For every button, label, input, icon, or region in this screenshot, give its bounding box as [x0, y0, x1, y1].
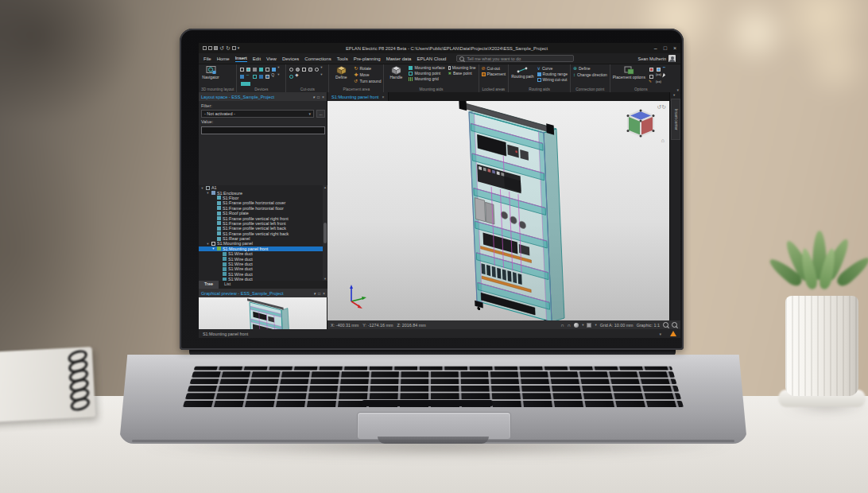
tab-eplan-cloud[interactable]: EPLAN Cloud: [417, 56, 446, 61]
dock-chevron-icon[interactable]: ▾: [673, 93, 675, 97]
cutout-tool-icon[interactable]: [302, 68, 306, 72]
turn-around-button[interactable]: ↺Turn around: [354, 79, 381, 83]
warning-icon[interactable]: [670, 331, 676, 336]
save-icon[interactable]: [214, 46, 218, 50]
tab-master-data[interactable]: Master data: [386, 56, 412, 61]
cut-out-button[interactable]: ⊘Cut-out: [482, 66, 506, 71]
panel-dropdown-icon[interactable]: ▾: [314, 291, 316, 296]
base-point-button[interactable]: ✖Base point: [448, 72, 476, 76]
handle-button[interactable]: Handle: [386, 66, 405, 80]
chevron-down-icon[interactable]: ▾: [595, 323, 596, 327]
rotate-view-icons[interactable]: ↺↻: [657, 104, 666, 110]
tab-pre-planning[interactable]: Pre-planning: [354, 56, 381, 61]
options-tool-icon[interactable]: ▪▪: [663, 66, 669, 72]
dropdown-icon[interactable]: ▾: [320, 73, 326, 80]
device-tool-icon[interactable]: [259, 68, 263, 72]
tab-tree[interactable]: Tree: [199, 281, 219, 289]
tab-file[interactable]: File: [203, 56, 211, 61]
panel-float-icon[interactable]: □: [317, 95, 320, 99]
snap-icon[interactable]: ∩: [561, 323, 564, 328]
graphic-scale[interactable]: Graphic: 1:1: [637, 323, 660, 328]
tab-edit[interactable]: Edit: [253, 56, 261, 61]
mounting-surface-button[interactable]: Mounting surface: [409, 66, 444, 70]
value-input[interactable]: [201, 126, 325, 134]
device-tool-icon[interactable]: [241, 82, 250, 86]
move-button[interactable]: ✚Move: [354, 72, 381, 77]
mounting-line-button[interactable]: Mounting line: [448, 66, 476, 70]
scrollbar-thumb[interactable]: [324, 223, 327, 243]
cutout-tool-icon[interactable]: [308, 68, 312, 72]
options-tool-icon[interactable]: [649, 75, 653, 79]
mounting-grid-button[interactable]: Mounting grid: [409, 77, 444, 81]
tab-home[interactable]: Home: [217, 56, 230, 61]
3d-viewport[interactable]: ↺↻ ⌂: [327, 101, 669, 320]
cutout-tool-icon[interactable]: ◆: [295, 73, 300, 80]
document-tab[interactable]: S1:Mounting panel front ×: [327, 92, 389, 101]
device-tool-icon[interactable]: [246, 68, 250, 72]
dropdown-icon[interactable]: ▾: [320, 66, 326, 72]
options-tool-icon[interactable]: [657, 68, 661, 72]
xx-label[interactable]: (xx): [656, 73, 662, 80]
maximize-button[interactable]: □: [664, 45, 667, 51]
graphical-preview-header[interactable]: Graphical preview - ESS_Sample_Project ▾…: [199, 289, 327, 297]
options-tool-icon[interactable]: ✎: [649, 80, 655, 87]
navigation-cube[interactable]: [627, 110, 655, 138]
device-tool-icon[interactable]: [253, 68, 257, 72]
panel-close-icon[interactable]: ×: [323, 291, 325, 296]
navigator-button[interactable]: Navigator: [201, 66, 220, 80]
device-tool-icon[interactable]: [240, 68, 244, 72]
mounting-point-button[interactable]: Mounting point: [409, 72, 444, 76]
render-mode-icon[interactable]: [574, 323, 579, 328]
cursor-icon[interactable]: [662, 73, 665, 79]
cutout-tool-icon[interactable]: [296, 68, 300, 72]
open-icon[interactable]: [208, 46, 212, 50]
grid-setting[interactable]: Grid A: 10.00 mm: [600, 323, 634, 328]
view-mode-icon[interactable]: [587, 323, 591, 328]
device-tool-icon[interactable]: [240, 75, 244, 79]
insert-center-tab[interactable]: Insert center: [671, 99, 680, 140]
chevron-down-icon[interactable]: ▾: [582, 323, 583, 327]
quick-access-dropdown-icon[interactable]: ▾: [238, 46, 240, 50]
filter-more-button[interactable]: ...: [316, 110, 325, 118]
home-view-icon[interactable]: ⌂: [661, 138, 665, 143]
undo-icon[interactable]: ↺: [219, 46, 224, 50]
placement-button[interactable]: Placement: [482, 72, 506, 76]
device-tool-icon[interactable]: [259, 75, 263, 79]
tab-close-icon[interactable]: ×: [382, 95, 384, 99]
routing-path-button[interactable]: Routing path: [511, 66, 533, 80]
zoom-out-icon[interactable]: [672, 322, 677, 328]
dropdown-icon[interactable]: ▾: [277, 73, 283, 80]
layout-space-header[interactable]: Layout space - ESS_Sample_Project ▾□×: [199, 92, 327, 101]
routing-range-button[interactable]: Routing range: [537, 72, 568, 76]
minimize-button[interactable]: –: [654, 45, 657, 51]
filter-dropdown[interactable]: - Not activated - ▾: [201, 110, 314, 118]
xx-label[interactable]: (xx): [656, 80, 662, 87]
tab-insert[interactable]: Insert: [235, 56, 247, 62]
cutout-tool-icon[interactable]: [315, 68, 319, 72]
define-placement-area-button[interactable]: Define: [331, 66, 351, 80]
panel-dropdown-icon[interactable]: ▾: [313, 95, 316, 99]
expand-statusbar-icon[interactable]: ▾: [659, 332, 661, 336]
cutout-tool-icon[interactable]: [289, 68, 293, 72]
cutout-tool-icon[interactable]: [289, 75, 293, 79]
print-icon[interactable]: [232, 46, 236, 50]
tell-me-search[interactable]: Tell me what you want to do: [456, 55, 574, 62]
device-tool-icon[interactable]: [253, 75, 257, 79]
tab-list[interactable]: List: [219, 281, 236, 289]
curve-button[interactable]: ∨Curve: [537, 66, 568, 71]
panel-float-icon[interactable]: □: [318, 291, 320, 296]
wiring-cut-out-button[interactable]: Wiring cut-out: [537, 78, 568, 82]
device-tool-icon[interactable]: [265, 68, 269, 72]
device-tool-icon[interactable]: [265, 75, 269, 79]
tab-connections[interactable]: Connections: [304, 56, 331, 61]
zoom-in-icon[interactable]: [663, 322, 668, 328]
snap-icon[interactable]: ∩: [568, 323, 571, 328]
close-button[interactable]: ×: [673, 45, 676, 51]
change-direction-button[interactable]: ↕Change direction: [573, 72, 607, 77]
rotate-button[interactable]: ↻Rotate: [354, 66, 381, 71]
user-account[interactable]: Sean Mulherin: [638, 55, 676, 62]
placement-options-button[interactable]: Placement options: [613, 66, 645, 80]
dropdown-icon[interactable]: ▾: [277, 66, 283, 72]
options-tool-icon[interactable]: [649, 68, 653, 72]
device-tool-icon[interactable]: [272, 68, 276, 72]
